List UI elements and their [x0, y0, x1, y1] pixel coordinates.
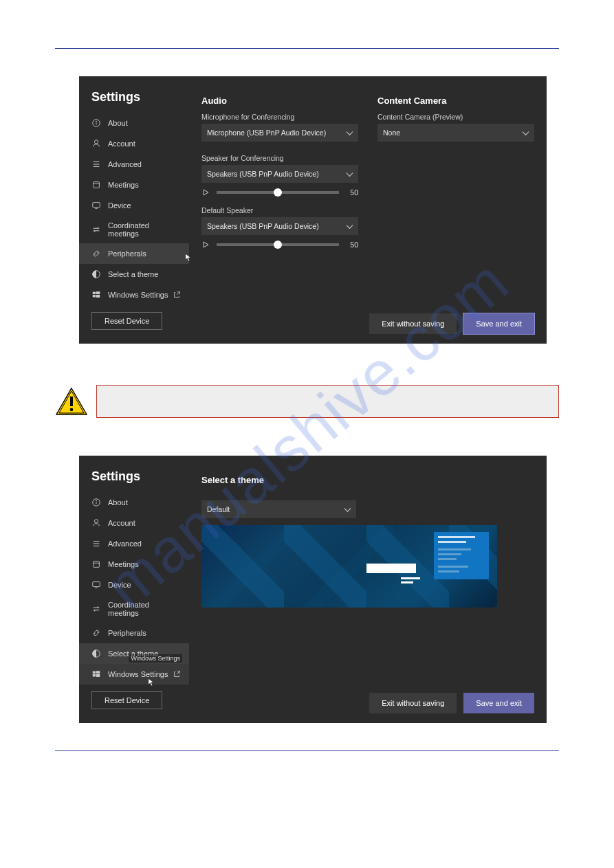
monitor-icon — [91, 580, 101, 590]
sidebar-item-select-a-theme[interactable]: Select a theme — [79, 264, 189, 285]
theme-preview-card — [434, 532, 489, 579]
svg-rect-30 — [93, 671, 96, 674]
external-link-icon — [173, 670, 181, 678]
sidebar-item-label: Device — [108, 201, 131, 210]
list-icon — [91, 159, 101, 169]
svg-rect-13 — [96, 291, 100, 294]
sidebar-item-label: Advanced — [108, 539, 142, 548]
microphone-value: Microphone (USB PnP Audio Device) — [207, 129, 326, 137]
settings-title: Settings — [79, 90, 189, 113]
sidebar-item-coordinated-meetings[interactable]: Coordinated meetings — [79, 216, 189, 243]
slider-thumb[interactable] — [274, 188, 282, 197]
calendar-icon — [91, 180, 101, 190]
svg-point-20 — [96, 500, 97, 501]
slider-thumb[interactable] — [274, 241, 282, 249]
default-speaker-select[interactable]: Speakers (USB PnP Audio Device) — [201, 217, 358, 235]
sidebar-item-label: Coordinated meetings — [108, 221, 181, 238]
sidebar-item-about[interactable]: About — [79, 113, 189, 133]
speaker-select[interactable]: Speakers (USB PnP Audio Device) — [201, 165, 358, 183]
play-icon[interactable] — [201, 188, 210, 197]
svg-rect-32 — [93, 674, 96, 677]
default-speaker-volume-slider[interactable] — [217, 243, 339, 246]
sidebar-item-account[interactable]: Account — [79, 133, 189, 154]
content-camera-section-title: Content Camera — [377, 96, 534, 106]
reset-device-button[interactable]: Reset Device — [91, 691, 162, 709]
warning-message-box — [96, 385, 559, 418]
sidebar-item-label: Meetings — [108, 181, 139, 189]
sidebar-item-device[interactable]: Device — [79, 575, 189, 595]
sidebar-item-about[interactable]: About — [79, 492, 189, 513]
sidebar-item-label: Coordinated meetings — [108, 601, 181, 617]
svg-rect-9 — [93, 203, 100, 208]
sidebar-item-peripherals[interactable]: Peripherals — [79, 243, 189, 264]
theme-section-title: Select a theme — [201, 475, 534, 485]
sidebar-item-label: Meetings — [108, 560, 139, 568]
save-and-exit-button[interactable]: Save and exit — [463, 313, 534, 334]
default-speaker-volume-row: 50 — [201, 241, 358, 249]
default-speaker-volume-value: 50 — [346, 241, 358, 249]
info-icon — [91, 498, 101, 507]
windows-icon — [91, 669, 101, 679]
sidebar: Settings About Account Advanced Meetings… — [79, 76, 189, 344]
save-and-exit-button[interactable]: Save and exit — [463, 693, 534, 713]
page-rule-top — [55, 48, 559, 49]
warning-row — [55, 385, 559, 418]
swap-icon — [91, 604, 101, 614]
sidebar-item-label: Peripherals — [108, 629, 146, 637]
sidebar-item-label: Account — [108, 140, 135, 148]
reset-device-button[interactable]: Reset Device — [91, 312, 162, 330]
audio-section-title: Audio — [201, 96, 358, 106]
sidebar-item-label: About — [108, 119, 128, 127]
sidebar-item-meetings[interactable]: Meetings — [79, 554, 189, 575]
sidebar-item-advanced[interactable]: Advanced — [79, 533, 189, 554]
exit-without-saving-button[interactable]: Exit without saving — [369, 313, 457, 334]
link-icon — [91, 628, 101, 638]
speaker-volume-slider[interactable] — [217, 191, 339, 194]
svg-rect-16 — [70, 397, 73, 406]
svg-rect-12 — [93, 292, 96, 295]
sidebar-item-label: Windows Settings — [108, 291, 168, 299]
svg-point-3 — [94, 140, 98, 144]
play-icon[interactable] — [201, 241, 210, 249]
sidebar-item-coordinated-meetings[interactable]: Coordinated meetings — [79, 595, 189, 623]
page-rule-bottom — [55, 750, 559, 751]
svg-point-17 — [70, 408, 74, 412]
content-camera-select[interactable]: None — [377, 124, 534, 142]
sidebar-item-peripherals[interactable]: Peripherals — [79, 623, 189, 643]
speaker-label: Speaker for Conferencing — [201, 154, 358, 162]
sidebar-item-meetings[interactable]: Meetings — [79, 175, 189, 195]
microphone-select[interactable]: Microphone (USB PnP Audio Device) — [201, 124, 358, 142]
sidebar-item-windows-settings[interactable]: Windows Settings — [79, 285, 189, 305]
info-icon — [91, 118, 101, 128]
content-camera-value: None — [383, 129, 400, 137]
person-icon — [91, 518, 101, 528]
settings-panel-theme: Settings About Account Advanced Meetings… — [79, 456, 547, 723]
sidebar-item-label: Account — [108, 519, 135, 527]
action-buttons: Exit without saving Save and exit — [369, 313, 534, 334]
theme-select[interactable]: Default — [201, 500, 356, 518]
svg-point-2 — [96, 121, 97, 122]
audio-column: Audio Microphone for Conferencing Microp… — [201, 96, 358, 330]
exit-without-saving-button[interactable]: Exit without saving — [369, 693, 457, 713]
default-speaker-value: Speakers (USB PnP Audio Device) — [207, 222, 319, 230]
action-buttons: Exit without saving Save and exit — [369, 693, 534, 713]
sidebar-item-account[interactable]: Account — [79, 513, 189, 533]
svg-point-21 — [94, 520, 98, 523]
theme-icon — [91, 649, 101, 658]
calendar-icon — [91, 559, 101, 569]
windows-icon — [91, 290, 101, 300]
link-icon — [91, 249, 101, 258]
sidebar-item-windows-settings[interactable]: Windows Settings Windows Settings — [79, 664, 189, 685]
tooltip: Windows Settings — [129, 654, 182, 663]
main-content: Select a theme Default — [189, 456, 547, 723]
sidebar-item-label: About — [108, 498, 128, 507]
settings-title: Settings — [79, 469, 189, 492]
camera-column: Content Camera Content Camera (Preview) … — [377, 96, 534, 330]
warning-icon — [55, 387, 88, 416]
sidebar-item-device[interactable]: Device — [79, 195, 189, 216]
sidebar-item-advanced[interactable]: Advanced — [79, 154, 189, 175]
main-content: Audio Microphone for Conferencing Microp… — [189, 76, 547, 344]
list-icon — [91, 539, 101, 548]
person-icon — [91, 139, 101, 148]
microphone-label: Microphone for Conferencing — [201, 113, 358, 121]
